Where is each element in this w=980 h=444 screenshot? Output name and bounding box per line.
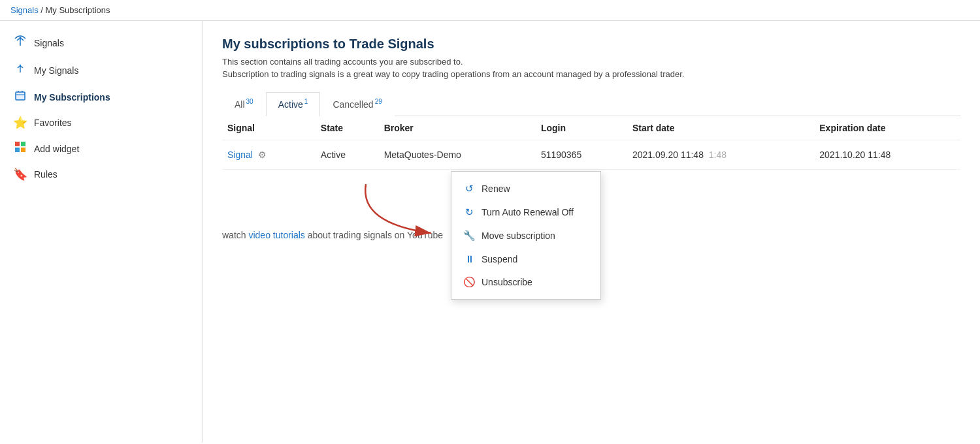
- signals-icon: [13, 34, 27, 52]
- rules-icon: 🔖: [13, 167, 27, 182]
- sidebar-my-subscriptions-label: My Subscriptions: [34, 92, 110, 103]
- my-signals-icon: [13, 62, 27, 78]
- sidebar-item-rules[interactable]: 🔖 Rules: [0, 162, 202, 187]
- wrench-icon: 🔧: [463, 230, 475, 242]
- dropdown-unsubscribe[interactable]: 🚫 Unsubscribe: [451, 270, 600, 294]
- sidebar-item-my-subscriptions[interactable]: My Subscriptions: [0, 84, 202, 110]
- svg-rect-8: [15, 142, 20, 146]
- tutorial-text-before: watch: [222, 230, 248, 240]
- col-login: Login: [536, 116, 627, 140]
- dropdown-renew-label: Renew: [482, 183, 510, 194]
- svg-point-3: [20, 65, 22, 67]
- row-signal-cell: Signal ⚙: [222, 140, 316, 169]
- gear-button[interactable]: ⚙: [255, 148, 269, 161]
- tab-cancelled-count: 29: [375, 98, 382, 105]
- tab-active-label: Active: [278, 99, 303, 110]
- breadcrumb-current: My Subscriptions: [46, 5, 110, 15]
- svg-rect-4: [16, 92, 25, 100]
- sidebar-item-signals[interactable]: Signals: [0, 29, 202, 57]
- sidebar-my-signals-label: My Signals: [34, 65, 78, 76]
- subscriptions-icon: [13, 89, 27, 105]
- svg-rect-9: [21, 142, 25, 146]
- main-content: My subscriptions to Trade Signals This s…: [203, 21, 980, 443]
- svg-point-1: [20, 37, 22, 39]
- sidebar-favorites-label: Favorites: [34, 118, 72, 128]
- svg-rect-11: [21, 148, 25, 152]
- unsubscribe-icon: 🚫: [463, 276, 475, 288]
- page-title: My subscriptions to Trade Signals: [222, 37, 960, 52]
- col-state: State: [316, 116, 379, 140]
- svg-rect-10: [15, 148, 20, 152]
- tab-active[interactable]: Active1: [266, 92, 321, 116]
- col-signal: Signal: [222, 116, 316, 140]
- row-state-cell: Active: [316, 140, 379, 169]
- row-login-cell: 51190365: [536, 140, 627, 169]
- tutorial-text: watch video tutorials about trading sign…: [222, 230, 443, 240]
- widget-icon: [13, 140, 27, 157]
- dropdown-renew[interactable]: ↺ Renew: [451, 177, 600, 200]
- dropdown-menu: ↺ Renew ↻ Turn Auto Renewal Off 🔧 Move s…: [451, 171, 601, 300]
- dropdown-suspend[interactable]: ⏸ Suspend: [451, 247, 600, 270]
- tutorial-text-after: about trading signals on YouTube: [305, 230, 443, 240]
- tab-all[interactable]: All30: [222, 92, 266, 116]
- col-broker: Broker: [379, 116, 536, 140]
- table-row: Signal ⚙ Active MetaQuotes-Demo 51190365…: [222, 140, 960, 169]
- col-start-date: Start date: [627, 116, 814, 140]
- row-exp-date-cell: 2021.10.20 11:48: [814, 140, 960, 169]
- dropdown-move-label: Move subscription: [482, 230, 555, 241]
- breadcrumb: Signals / My Subscriptions: [0, 0, 980, 21]
- sidebar-item-add-widget[interactable]: Add widget: [0, 135, 202, 162]
- tab-bar: All30 Active1 Cancelled29: [222, 92, 960, 116]
- tab-all-count: 30: [246, 98, 253, 105]
- layout: Signals My Signals: [0, 21, 980, 443]
- pause-icon: ⏸: [463, 253, 475, 264]
- favorites-icon: ⭐: [13, 116, 27, 130]
- sidebar-item-favorites[interactable]: ⭐ Favorites: [0, 110, 202, 135]
- breadcrumb-separator: /: [41, 5, 45, 15]
- sidebar: Signals My Signals: [0, 21, 203, 443]
- tutorial-link[interactable]: video tutorials: [248, 230, 304, 240]
- tab-active-count: 1: [304, 98, 308, 105]
- sidebar-signals-label: Signals: [34, 38, 64, 48]
- autorenew-icon: ↻: [463, 206, 475, 218]
- page-desc-1: This section contains all trading accoun…: [222, 57, 960, 67]
- dropdown-suspend-label: Suspend: [482, 254, 517, 264]
- sidebar-item-my-signals[interactable]: My Signals: [0, 57, 202, 84]
- breadcrumb-signals-link[interactable]: Signals: [10, 5, 39, 15]
- sidebar-rules-label: Rules: [34, 169, 57, 180]
- page-desc-2: Subscription to trading signals is a gre…: [222, 69, 960, 79]
- row-broker-cell: MetaQuotes-Demo: [379, 140, 536, 169]
- signal-link[interactable]: Signal: [227, 150, 253, 160]
- dropdown-unsubscribe-label: Unsubscribe: [482, 277, 532, 287]
- tab-cancelled-label: Cancelled: [333, 99, 373, 110]
- dropdown-turn-auto-off[interactable]: ↻ Turn Auto Renewal Off: [451, 200, 600, 224]
- tab-all-label: All: [235, 99, 245, 110]
- row-start-date-cell: 2021.09.20 11:48 1:48: [627, 140, 814, 169]
- subscriptions-table: Signal State Broker Login Start date Exp…: [222, 116, 960, 170]
- col-exp-date: Expiration date: [814, 116, 960, 140]
- dropdown-move[interactable]: 🔧 Move subscription: [451, 224, 600, 247]
- tab-cancelled[interactable]: Cancelled29: [320, 92, 394, 116]
- sidebar-add-widget-label: Add widget: [34, 144, 79, 154]
- dropdown-turn-auto-off-label: Turn Auto Renewal Off: [482, 207, 574, 217]
- renew-icon: ↺: [463, 183, 475, 195]
